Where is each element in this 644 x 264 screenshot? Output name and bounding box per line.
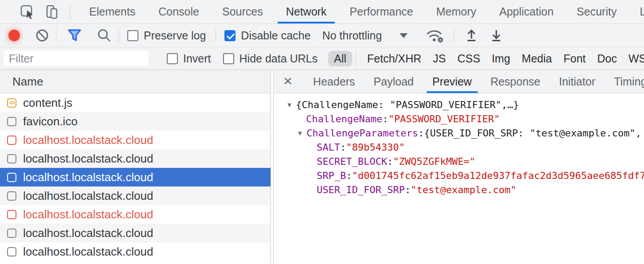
request-row[interactable]: localhost.localstack.cloud — [0, 224, 271, 242]
json-key-segment: SALT — [317, 140, 340, 155]
detail-tab-initiator[interactable]: Initiator — [550, 70, 605, 93]
detail-tab-response[interactable]: Response — [481, 70, 550, 93]
document-file-icon — [7, 136, 16, 145]
document-file-icon — [7, 154, 16, 163]
throttling-value: No throttling — [322, 29, 382, 42]
request-name: localhost.localstack.cloud — [23, 245, 153, 259]
preview-tree-line: SRP_B: "d001745fc62af15eb9a12de937fafac2… — [274, 169, 644, 183]
devtools-tabbar: ElementsConsoleSourcesNetworkPerformance… — [0, 0, 644, 24]
request-name: localhost.localstack.cloud — [23, 171, 153, 184]
request-row[interactable]: localhost.localstack.cloud — [0, 168, 271, 186]
preserve-log-checkbox[interactable] — [127, 30, 138, 41]
preview-tree-line: SECRET_BLOCK: "ZWQ5ZGFkMWE=" — [274, 155, 644, 169]
disable-cache-group: Disable cache — [224, 29, 310, 42]
tab-memory[interactable]: Memory — [424, 0, 487, 23]
script-file-icon: <> — [7, 98, 16, 108]
chevron-down-icon — [400, 33, 408, 38]
filter-icon[interactable] — [67, 28, 82, 43]
tab-elements[interactable]: Elements — [78, 0, 147, 23]
filter-type-css[interactable]: CSS — [452, 51, 486, 66]
json-string-segment: "test@example.com" — [411, 183, 516, 197]
close-detail-icon[interactable]: × — [274, 70, 298, 93]
filter-type-img[interactable]: Img — [486, 51, 516, 66]
detail-tab-headers[interactable]: Headers — [304, 70, 365, 93]
json-string-segment: "PASSWORD_VERIFIER" — [388, 112, 500, 126]
export-har-icon[interactable] — [489, 28, 503, 43]
filter-input[interactable] — [4, 50, 149, 66]
tab-lighthouse[interactable]: Lighthouse — [628, 0, 644, 23]
invert-label[interactable]: Invert — [183, 52, 211, 65]
tab-network[interactable]: Network — [275, 0, 338, 23]
preview-tree-line[interactable]: ▼ChallengeParameters: {USER_ID_FOR_SRP: … — [274, 126, 644, 140]
tab-sources[interactable]: Sources — [211, 0, 275, 23]
expand-arrow-icon[interactable]: ▼ — [297, 126, 306, 140]
network-conditions-icon[interactable] — [424, 27, 445, 43]
request-list-panel: Name <>content.jsfavicon.icolocalhost.lo… — [0, 70, 271, 264]
throttling-select[interactable]: No throttling — [322, 29, 408, 42]
json-key-segment: ChallengeName — [306, 112, 382, 126]
request-row[interactable]: localhost.localstack.cloud — [0, 149, 271, 168]
network-main-area: Name <>content.jsfavicon.icolocalhost.lo… — [0, 70, 644, 264]
document-file-icon — [7, 117, 16, 126]
search-icon[interactable] — [97, 28, 112, 43]
filter-type-all[interactable]: All — [328, 51, 352, 66]
json-string-segment: "ZWQ5ZGFkMWE=" — [393, 155, 475, 169]
document-file-icon — [7, 247, 16, 256]
json-plain-segment: : — [387, 155, 393, 169]
filter-bar: Invert Hide data URLs AllFetch/XHRJSCSSI… — [0, 47, 644, 70]
detail-tab-preview[interactable]: Preview — [423, 70, 481, 93]
tabbar-separator — [70, 5, 71, 19]
filter-type-ws[interactable]: WS — [623, 51, 644, 66]
request-name: content.js — [23, 96, 72, 110]
inspect-element-icon[interactable] — [20, 4, 35, 20]
filter-type-js[interactable]: JS — [427, 51, 452, 66]
json-string-segment: "d001745fc62af15eb9a12de937fafac2d3d5965… — [352, 169, 644, 183]
preserve-log-group: Preserve log — [127, 29, 206, 42]
json-plain-segment: : — [405, 183, 411, 197]
filter-type-doc[interactable]: Doc — [591, 51, 622, 66]
json-plain-segment: : — [382, 112, 388, 126]
request-name: favicon.ico — [23, 115, 78, 128]
request-row[interactable]: favicon.ico — [0, 112, 271, 131]
tab-console[interactable]: Console — [147, 0, 211, 23]
document-file-icon — [7, 173, 16, 182]
disable-cache-checkbox[interactable] — [224, 30, 236, 41]
clear-network-log-icon[interactable] — [35, 28, 49, 43]
hide-data-urls-group: Hide data URLs — [223, 52, 318, 65]
json-key-segment: ChallengeParameters — [306, 126, 418, 140]
preview-tree-line: SALT: "89b54330" — [274, 140, 644, 155]
device-toolbar-icon[interactable] — [44, 4, 61, 20]
filter-type-fetch-xhr[interactable]: Fetch/XHR — [361, 51, 427, 66]
disable-cache-label[interactable]: Disable cache — [241, 29, 310, 42]
expand-arrow-icon[interactable]: ▼ — [286, 98, 296, 112]
preview-tree-line[interactable]: ▼{ChallengeName: "PASSWORD_VERIFIER",…} — [274, 98, 644, 112]
tab-security[interactable]: Security — [565, 0, 628, 23]
json-key-segment: SRP_B — [317, 169, 346, 183]
invert-checkbox[interactable] — [167, 53, 178, 64]
import-har-icon[interactable] — [464, 28, 479, 43]
request-name: localhost.localstack.cloud — [23, 208, 153, 221]
request-row[interactable]: <>content.js — [0, 93, 271, 112]
record-network-log-icon[interactable] — [8, 30, 20, 41]
json-plain-segment: {ChallengeName: "PASSWORD_VERIFIER",…} — [296, 98, 519, 112]
filter-type-media[interactable]: Media — [516, 51, 558, 66]
preserve-log-label[interactable]: Preserve log — [144, 29, 206, 42]
hide-data-urls-label[interactable]: Hide data URLs — [240, 52, 318, 65]
request-row[interactable]: localhost.localstack.cloud — [0, 131, 271, 149]
request-row[interactable]: localhost.localstack.cloud — [0, 242, 271, 261]
json-string-segment: "89b54330" — [346, 140, 404, 155]
json-plain-segment: {USER_ID_FOR_SRP: "test@example.com", — [424, 126, 641, 140]
json-plain-segment: : — [418, 126, 424, 140]
request-row[interactable]: localhost.localstack.cloud — [0, 205, 271, 224]
document-file-icon — [7, 210, 16, 219]
request-name: localhost.localstack.cloud — [23, 226, 153, 240]
network-toolbar: Preserve log Disable cache No throttling — [0, 24, 644, 47]
detail-tab-timing[interactable]: Timing — [605, 70, 644, 93]
hide-data-urls-checkbox[interactable] — [223, 53, 234, 64]
name-column-header[interactable]: Name — [0, 70, 271, 93]
tab-application[interactable]: Application — [488, 0, 565, 23]
tab-performance[interactable]: Performance — [338, 0, 424, 23]
detail-tab-payload[interactable]: Payload — [364, 70, 423, 93]
filter-type-font[interactable]: Font — [558, 51, 591, 66]
request-row[interactable]: localhost.localstack.cloud — [0, 186, 271, 205]
